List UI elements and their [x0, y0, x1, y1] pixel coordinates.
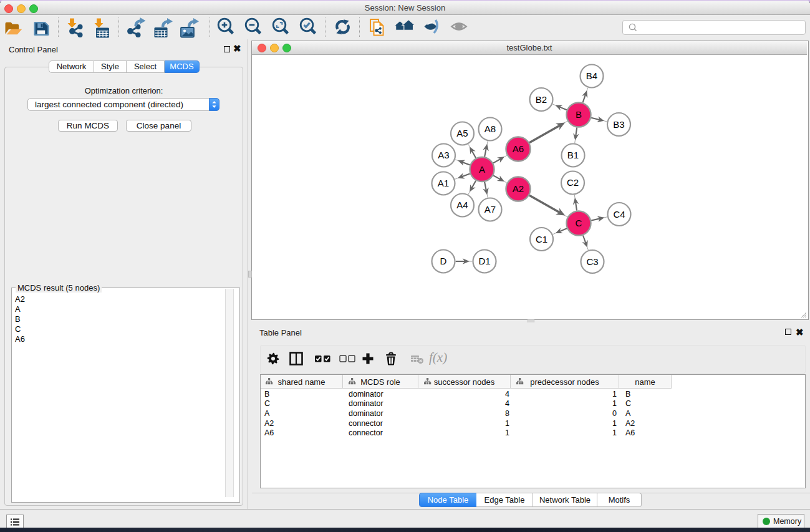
- svg-text:C4: C4: [613, 209, 625, 220]
- svg-text:B3: B3: [613, 119, 624, 130]
- svg-text:A5: A5: [456, 128, 468, 138]
- svg-text:A1: A1: [438, 178, 449, 188]
- svg-text:C1: C1: [536, 234, 547, 244]
- svg-text:A: A: [479, 164, 485, 175]
- svg-text:Memory: Memory: [773, 517, 802, 526]
- svg-text:A6: A6: [513, 143, 524, 154]
- svg-text:C2: C2: [567, 177, 579, 188]
- svg-text:A3: A3: [438, 150, 449, 160]
- svg-text:C3: C3: [586, 256, 598, 267]
- svg-text:A7: A7: [485, 204, 496, 215]
- svg-text:B: B: [576, 109, 582, 120]
- svg-text:C: C: [576, 218, 582, 228]
- svg-text:A2: A2: [513, 183, 524, 194]
- svg-text:A4: A4: [456, 200, 468, 210]
- svg-text:B4: B4: [586, 70, 597, 81]
- svg-text:B1: B1: [567, 150, 579, 160]
- svg-text:D: D: [440, 256, 447, 266]
- svg-text:B2: B2: [536, 94, 547, 105]
- svg-text:A8: A8: [485, 123, 496, 134]
- svg-text:D1: D1: [478, 256, 490, 266]
